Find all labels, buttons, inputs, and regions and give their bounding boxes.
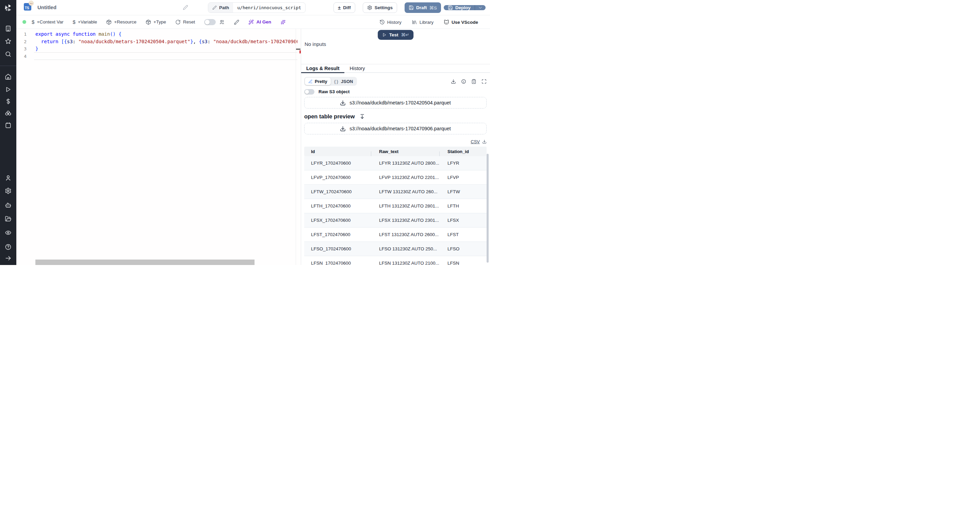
table-vertical-scrollbar[interactable]: [487, 154, 488, 263]
table-row[interactable]: LFTW_1702470600 LFTW 131230Z AUTO 260...…: [304, 185, 487, 199]
edit-summary-pencil-icon[interactable]: [183, 5, 188, 10]
line-number: 4: [16, 53, 27, 60]
runs-play-icon[interactable]: [5, 86, 11, 93]
windmill-logo[interactable]: [0, 0, 16, 15]
help-question-icon[interactable]: [5, 244, 11, 251]
use-vscode-button[interactable]: Use VScode: [444, 19, 478, 25]
users-person-icon[interactable]: [5, 175, 11, 181]
dollar-icon: $: [73, 19, 76, 24]
ai-gen-button[interactable]: AI Gen: [248, 19, 271, 25]
table-row[interactable]: LFSX_1702470600 LFSX 131230Z AUTO 2301..…: [304, 213, 487, 228]
expand-sidebar-arrow-icon[interactable]: [5, 255, 11, 262]
magic-wand-icon: [248, 19, 254, 25]
add-type-button[interactable]: +Type: [146, 19, 166, 25]
tab-history[interactable]: History: [344, 64, 370, 73]
download-icon[interactable]: [451, 79, 456, 84]
pretty-view-button[interactable]: Pretty: [305, 78, 331, 85]
sidebar: [0, 0, 16, 265]
audit-eye-icon[interactable]: [5, 229, 11, 236]
folders-icon[interactable]: [5, 215, 11, 222]
deploy-dropdown-button[interactable]: [475, 5, 485, 10]
overview-ruler: [296, 29, 296, 265]
s3-file-link: s3://noaa/duckdb/metars-1702470906.parqu…: [350, 126, 450, 131]
json-view-button[interactable]: {} JSON: [331, 78, 356, 85]
table-row[interactable]: LFTH_1702470600 LFTH 131230Z AUTO 2801..…: [304, 199, 487, 213]
result-table: Id Raw_text Station_id LFYR_1702470600 L…: [304, 147, 487, 265]
arrow-down-from-line-icon[interactable]: [360, 114, 365, 119]
horizontal-scrollbar[interactable]: [35, 260, 255, 265]
workspace-building-icon[interactable]: [5, 25, 11, 32]
csv-download-icon[interactable]: [482, 140, 487, 144]
add-variable-button[interactable]: $ +Variable: [73, 19, 97, 24]
column-header-raw-text[interactable]: Raw_text: [372, 149, 441, 154]
add-context-var-button[interactable]: $ +Context Var: [32, 19, 64, 24]
library-button[interactable]: Library: [412, 19, 434, 25]
variables-dollar-icon[interactable]: [5, 98, 11, 105]
multiplayer-toggle[interactable]: [204, 19, 216, 25]
resources-boxes-icon[interactable]: [5, 110, 11, 117]
draft-button[interactable]: Draft ⌘S: [404, 2, 441, 13]
path-label-section: Path: [208, 3, 233, 13]
diff-button[interactable]: ± Diff: [334, 2, 355, 13]
line-number: 2: [16, 38, 27, 46]
copy-clipboard-icon[interactable]: [471, 79, 476, 84]
raw-s3-toggle-row: Raw S3 object: [304, 89, 487, 95]
code-line-3: }: [35, 45, 298, 53]
code-content[interactable]: export async function main() { return [{…: [35, 31, 298, 60]
search-icon[interactable]: [5, 51, 11, 57]
bun-runtime-icon: [29, 1, 34, 6]
settings-gear-icon[interactable]: [5, 187, 11, 194]
table-row[interactable]: LFST_1702470600 LFST 131230Z AUTO 2600..…: [304, 228, 487, 242]
s3-file-download-1[interactable]: s3://noaa/duckdb/metars-1702420504.parqu…: [304, 97, 487, 108]
refresh-icon: [175, 19, 181, 25]
column-header-id[interactable]: Id: [304, 149, 372, 154]
script-title: Untitled: [37, 5, 56, 10]
workers-robot-icon[interactable]: [5, 202, 11, 208]
table-row[interactable]: LFVP_1702470600 LFVP 131230Z AUTO 2201..…: [304, 170, 487, 185]
csv-link[interactable]: CSV: [471, 139, 480, 144]
table-row[interactable]: LFSO_1702470600 LFSO 131230Z AUTO 250...…: [304, 242, 487, 256]
save-icon: [448, 5, 453, 10]
test-button[interactable]: Test ⌘↵: [378, 30, 414, 40]
reset-button[interactable]: Reset: [175, 19, 195, 25]
status-dot: [22, 20, 26, 24]
expand-fullscreen-icon[interactable]: [482, 79, 487, 84]
vscode-cat-icon: [444, 19, 449, 25]
braces-icon: {}: [334, 79, 339, 84]
view-mode-switcher: Pretty {} JSON: [304, 77, 357, 86]
multiplayer-switch[interactable]: [204, 19, 216, 25]
result-toolbar: Pretty {} JSON: [304, 77, 487, 86]
info-icon[interactable]: [461, 79, 466, 84]
tab-logs-result[interactable]: Logs & Result: [301, 64, 344, 73]
table-row[interactable]: LFSN_1702470600 LFSN 131230Z AUTO 2100..…: [304, 256, 487, 265]
favorites-star-icon[interactable]: [5, 38, 11, 44]
code-line-4: [35, 53, 298, 60]
add-resource-button[interactable]: +Resource: [106, 19, 137, 25]
settings-button[interactable]: Settings: [363, 2, 397, 13]
history-button[interactable]: History: [379, 19, 401, 25]
deploy-button[interactable]: Deploy: [444, 5, 475, 10]
overview-ruler-cursor-marker: [296, 49, 301, 50]
plus-minus-icon: ±: [338, 5, 340, 10]
result-action-icons: [451, 79, 487, 84]
path-value[interactable]: u/henri/innocuous_script: [233, 3, 305, 13]
raw-s3-switch[interactable]: [304, 89, 314, 95]
toolbar-right-actions: History Library Use VScode: [369, 15, 478, 29]
play-icon: [382, 33, 387, 37]
run-panel: Test ⌘↵ No inputs Logs & Result History …: [301, 29, 490, 265]
multiplayer-users-button[interactable]: [219, 19, 224, 25]
code-editor: 1 2 3 4 export async function main() { r…: [16, 29, 301, 265]
schedules-calendar-icon[interactable]: [5, 122, 11, 129]
sparkles-icon: [280, 19, 286, 25]
path-editor[interactable]: Path u/henri/innocuous_script: [208, 2, 305, 13]
table-row[interactable]: LFYR_1702470600 LFYR 131230Z AUTO 2800..…: [304, 156, 487, 170]
column-header-station-id[interactable]: Station_id: [441, 149, 487, 154]
download-icon: [340, 100, 346, 106]
ai-sparkles-button[interactable]: [280, 19, 286, 25]
result-content: Pretty {} JSON: [301, 73, 490, 265]
home-icon[interactable]: [5, 73, 11, 80]
s3-file-download-2[interactable]: s3://noaa/duckdb/metars-1702470906.parqu…: [304, 123, 487, 134]
test-shortcut: ⌘↵: [401, 32, 409, 37]
format-brush-button[interactable]: [234, 19, 239, 25]
pencil-icon: [212, 5, 217, 10]
